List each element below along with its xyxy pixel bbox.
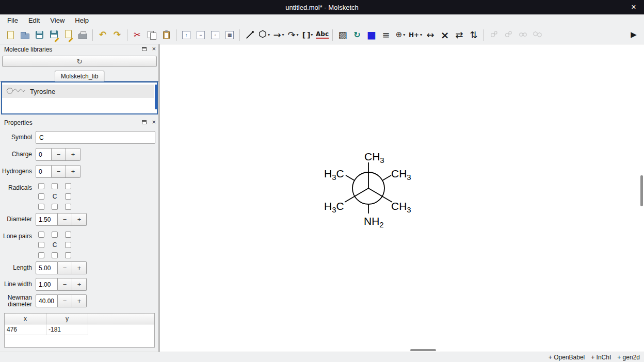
newman-decrement-button[interactable]: − bbox=[58, 294, 72, 307]
charge-decrement-button[interactable]: − bbox=[52, 148, 66, 161]
lone-pair-checkbox[interactable] bbox=[38, 242, 44, 248]
hydrogens-increment-button[interactable]: + bbox=[66, 165, 81, 178]
charge-input[interactable] bbox=[36, 148, 52, 161]
delete-tool-button[interactable]: × bbox=[438, 28, 452, 42]
symbol-input[interactable] bbox=[36, 131, 155, 144]
save-button[interactable] bbox=[32, 28, 46, 42]
toolbar-overflow-button[interactable]: ▶ bbox=[626, 28, 641, 42]
window-close-button[interactable]: × bbox=[627, 0, 640, 14]
window-title: untitled.mol* - Molsketch bbox=[285, 4, 359, 11]
atom-label-ch3-top[interactable]: CH3 bbox=[364, 151, 384, 164]
open-file-button[interactable] bbox=[18, 28, 32, 42]
radical-checkbox[interactable] bbox=[38, 183, 44, 189]
bond-front-lower-right[interactable] bbox=[368, 188, 392, 202]
dock-float-icon[interactable] bbox=[142, 120, 147, 124]
lone-pair-checkbox[interactable] bbox=[38, 252, 44, 258]
radical-checkbox[interactable] bbox=[38, 204, 44, 210]
ring-tool-button[interactable]: ▾ bbox=[257, 28, 271, 42]
cell-y[interactable]: -181 bbox=[46, 324, 88, 335]
bond-back-upper-right[interactable] bbox=[382, 175, 391, 180]
newman-increment-button[interactable]: + bbox=[72, 294, 87, 307]
diameter-increment-button[interactable]: + bbox=[72, 213, 87, 226]
column-header-y[interactable]: y bbox=[46, 314, 88, 324]
atom-label-h3c-upper-left[interactable]: H3C bbox=[324, 168, 344, 182]
atom-label-ch3-upper-right[interactable]: CH3 bbox=[391, 168, 411, 182]
length-input[interactable] bbox=[36, 261, 58, 274]
line-width-decrement-button[interactable]: − bbox=[58, 278, 72, 291]
document-tool-3-button[interactable]: ◦ bbox=[208, 28, 222, 42]
line-width-input[interactable] bbox=[36, 278, 58, 291]
canvas-horizontal-scrollbar-thumb[interactable] bbox=[410, 349, 436, 351]
tab-molsketch-lib[interactable]: Molsketch_lib bbox=[55, 71, 105, 81]
hash-bond-button[interactable]: ▨ bbox=[335, 28, 350, 42]
library-refresh-button[interactable]: ↻ bbox=[2, 56, 157, 67]
menu-file[interactable]: File bbox=[2, 15, 23, 25]
hydrogens-decrement-button[interactable]: − bbox=[52, 165, 66, 178]
print-button[interactable] bbox=[75, 28, 90, 42]
line-width-increment-button[interactable]: + bbox=[72, 278, 87, 291]
canvas-vertical-scrollbar-thumb[interactable] bbox=[640, 175, 643, 206]
document-tool-4-button[interactable]: ▦ bbox=[222, 28, 237, 42]
menu-edit[interactable]: Edit bbox=[23, 15, 45, 25]
bond-front-lower-left[interactable] bbox=[345, 188, 368, 202]
cell-x[interactable]: 476 bbox=[5, 324, 46, 335]
bracket-tool-button[interactable]: [ ] ▾ bbox=[300, 28, 315, 42]
diameter-input[interactable] bbox=[36, 213, 58, 226]
line-width-button[interactable]: ≡ bbox=[379, 28, 393, 42]
color-picker-button[interactable]: ■ bbox=[364, 28, 379, 42]
hydrogens-input[interactable] bbox=[36, 165, 52, 178]
column-header-x[interactable]: x bbox=[5, 314, 46, 324]
atom-label-h3c-lower-left[interactable]: H3C bbox=[324, 200, 344, 214]
list-item-tyrosine[interactable]: Tyrosine bbox=[2, 85, 154, 98]
bond-back-upper-left[interactable] bbox=[346, 175, 355, 180]
length-decrement-button[interactable]: − bbox=[58, 261, 72, 274]
charge-tool-button[interactable]: ⊕ ▾ bbox=[393, 28, 408, 42]
lone-pair-checkbox[interactable] bbox=[65, 232, 71, 238]
menu-view[interactable]: View bbox=[45, 15, 70, 25]
lone-pair-checkbox[interactable] bbox=[52, 232, 58, 238]
text-tool-button[interactable]: Abc bbox=[315, 28, 330, 42]
document-tool-1-button[interactable]: ↑ bbox=[179, 28, 194, 42]
radical-checkbox[interactable] bbox=[65, 183, 71, 189]
dock-close-button[interactable]: × bbox=[152, 45, 156, 52]
radical-checkbox[interactable] bbox=[52, 183, 58, 189]
undo-button[interactable]: ↶ bbox=[95, 28, 110, 42]
radical-checkbox[interactable] bbox=[65, 193, 71, 200]
newman-diameter-input[interactable] bbox=[36, 294, 58, 307]
dock-close-button[interactable]: × bbox=[152, 119, 156, 125]
draw-bond-button[interactable] bbox=[243, 28, 257, 42]
atom-label-ch3-lower-right[interactable]: CH3 bbox=[391, 200, 411, 214]
radical-checkbox[interactable] bbox=[38, 193, 44, 200]
diameter-decrement-button[interactable]: − bbox=[58, 213, 72, 226]
radical-checkbox[interactable] bbox=[65, 204, 71, 210]
dock-float-icon[interactable] bbox=[142, 47, 147, 51]
lone-pair-checkbox[interactable] bbox=[52, 252, 58, 258]
molecule-drawing[interactable]: CH3 H3C CH3 H3C CH3 NH2 bbox=[160, 44, 644, 352]
flip-vertical-button[interactable]: ⇅ bbox=[466, 28, 481, 42]
document-tool-2-button[interactable]: − bbox=[194, 28, 208, 42]
paste-button[interactable] bbox=[159, 28, 173, 42]
newman-projection[interactable]: CH3 H3C CH3 H3C CH3 NH2 bbox=[324, 151, 411, 229]
lone-pair-checkbox[interactable] bbox=[65, 242, 71, 248]
library-scrollbar-thumb[interactable] bbox=[155, 85, 157, 109]
atom-label-nh2-bottom[interactable]: NH2 bbox=[364, 215, 384, 229]
save-as-button[interactable] bbox=[46, 28, 61, 42]
rotate-tool-button[interactable]: ↻ bbox=[350, 28, 364, 42]
connect-tool-button[interactable]: ↔ bbox=[423, 28, 438, 42]
flip-horizontal-button[interactable]: ⇄ bbox=[452, 28, 466, 42]
hydrogen-tool-button[interactable]: H+ ▾ bbox=[408, 28, 423, 42]
cut-button[interactable]: ✂ bbox=[130, 28, 144, 42]
new-document-button[interactable] bbox=[3, 28, 18, 42]
reaction-arrow-button[interactable]: → ▾ bbox=[271, 28, 286, 42]
mechanism-arrow-button[interactable]: ↷ ▾ bbox=[286, 28, 300, 42]
drawing-canvas[interactable]: CH3 H3C CH3 H3C CH3 NH2 bbox=[159, 44, 644, 352]
length-increment-button[interactable]: + bbox=[72, 261, 87, 274]
lone-pair-checkbox[interactable] bbox=[65, 252, 71, 258]
export-button[interactable] bbox=[61, 28, 75, 42]
copy-button[interactable] bbox=[144, 28, 159, 42]
radical-checkbox[interactable] bbox=[52, 204, 58, 210]
redo-button[interactable]: ↷ bbox=[110, 28, 124, 42]
menu-help[interactable]: Help bbox=[70, 15, 94, 25]
charge-increment-button[interactable]: + bbox=[66, 148, 81, 161]
lone-pair-checkbox[interactable] bbox=[38, 232, 44, 238]
